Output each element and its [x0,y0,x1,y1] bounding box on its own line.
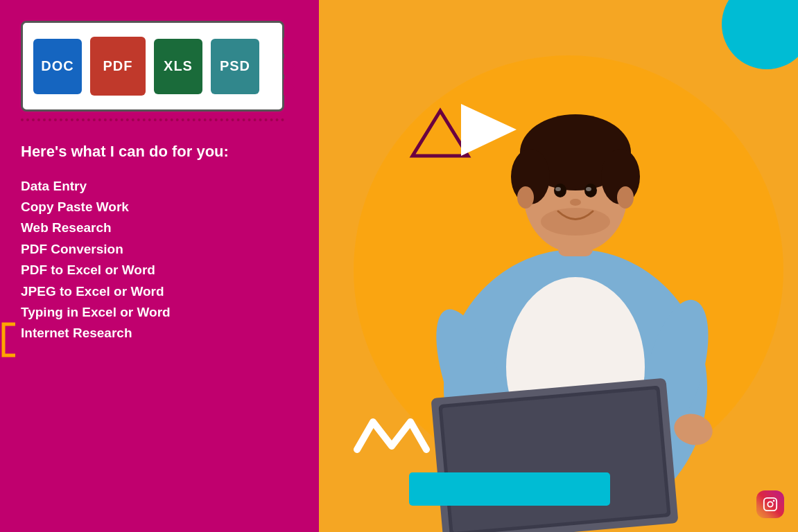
svg-point-13 [555,187,561,191]
main-heading: Here's what I can do for you: [21,142,298,162]
pdf-file-icon: PDF [90,37,146,96]
svg-point-25 [767,502,772,506]
psd-label: PSD [220,58,250,74]
doc-label: DOC [41,58,73,74]
xls-file-icon: XLS [154,39,202,94]
service-item-4: PDF Conversion [21,239,298,260]
left-panel: DOC PDF XLS PSD Here's what I can do for… [0,0,319,532]
service-item-7: Typing in Excel or Word [21,302,298,323]
svg-point-14 [586,187,591,191]
svg-rect-23 [442,389,668,532]
svg-point-10 [617,186,634,209]
service-item-2: Copy Paste Work [21,197,298,218]
pdf-label: PDF [103,58,133,74]
services-list: Data Entry Copy Paste Work Web Research … [21,176,298,344]
svg-point-11 [554,184,566,197]
doc-file-icon: DOC [33,39,82,94]
arrow-chevron-2 [284,58,295,75]
service-item-1: Data Entry [21,176,298,197]
svg-point-15 [570,199,581,206]
psd-file-icon: PSD [211,39,259,94]
service-item-3: Web Research [21,218,298,238]
right-panel [319,0,798,532]
m-wave-decoration [354,411,430,463]
svg-point-16 [541,208,610,236]
teal-bottom-bar [409,472,610,506]
yellow-bracket-decoration [0,321,15,359]
arrow-chevron-1 [284,37,295,54]
dotted-divider [21,118,284,121]
service-item-5: PDF to Excel or Word [21,260,298,281]
arrow-decorations [284,37,295,96]
svg-point-9 [517,186,534,209]
arrow-chevron-3 [284,79,295,96]
svg-point-26 [773,500,775,502]
file-icons-container: DOC PDF XLS PSD [21,21,284,112]
xls-label: XLS [164,58,193,74]
svg-point-12 [584,184,597,197]
service-item-6: JPEG to Excel or Word [21,281,298,302]
instagram-icon[interactable] [756,490,784,518]
svg-rect-24 [764,498,777,511]
service-item-8: Internet Research [21,323,298,344]
